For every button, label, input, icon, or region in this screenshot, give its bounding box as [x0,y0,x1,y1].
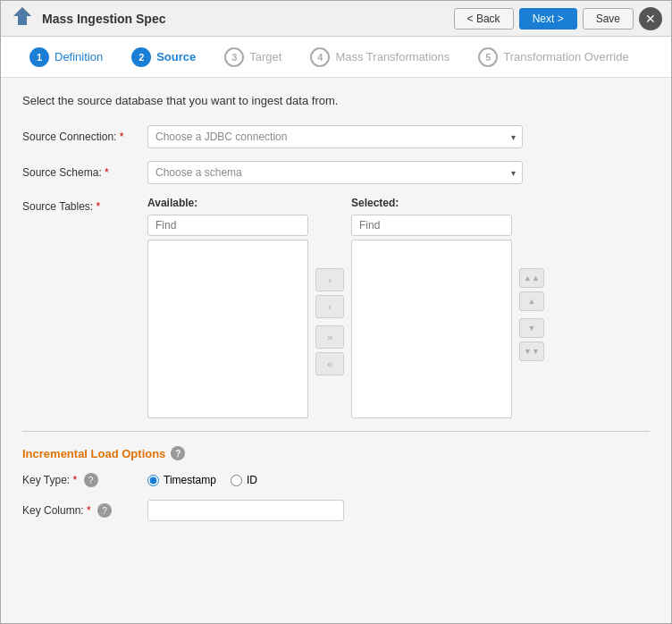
down-icon: ▼ [528,324,536,333]
title-bar: Mass Ingestion Spec < Back Next > Save ✕ [1,1,671,37]
content-area: Select the source database that you want… [1,78,671,623]
source-tables-label: Source Tables: * [22,197,147,213]
order-buttons: ▲▲ ▲ ▼ ▼▼ [519,197,544,361]
required-marker-keytype: * [73,474,78,486]
title-bar-buttons: < Back Next > Save ✕ [454,7,662,30]
window-title: Mass Ingestion Spec [42,12,447,26]
key-type-row: Key Type: * ? Timestamp ID [22,473,650,487]
required-marker-keycol: * [87,504,91,517]
key-column-row: Key Column: * ? [22,500,650,521]
step-transformation-override[interactable]: 5 Transformation Override [464,37,643,77]
selected-column: Selected: [351,197,512,418]
required-marker-tables: * [97,200,101,213]
selected-find-input[interactable] [351,215,512,236]
close-button[interactable]: ✕ [639,7,662,30]
key-type-control: Timestamp ID [147,474,523,486]
step-3-label: Target [249,50,281,63]
move-down-button[interactable]: ▼ [519,318,544,338]
available-list-box[interactable] [147,240,308,418]
move-left-button[interactable]: ‹ [315,295,344,318]
source-schema-label: Source Schema: * [22,166,147,179]
available-column: Available: [147,197,308,418]
back-button[interactable]: < Back [454,8,514,30]
radio-id-label[interactable]: ID [231,474,257,486]
move-to-top-button[interactable]: ▲▲ [519,268,544,288]
arrow-right-icon: › [328,274,332,285]
move-all-left-button[interactable]: « [315,352,344,375]
available-header: Available: [147,197,308,209]
logo-icon [10,5,35,32]
key-column-control [147,500,523,521]
move-to-bottom-button[interactable]: ▼▼ [519,342,544,361]
step-4-circle: 4 [310,47,330,67]
step-1-circle: 1 [29,47,49,67]
selected-list-box[interactable] [351,240,512,418]
transfer-buttons: › ‹ » « [315,197,344,375]
key-type-help-icon[interactable]: ? [84,474,98,486]
step-2-label: Source [156,50,196,63]
source-tables-row: Source Tables: * Available: › ‹ [22,197,650,418]
key-column-help-icon[interactable]: ? [97,504,112,517]
radio-timestamp[interactable] [147,475,159,486]
step-target[interactable]: 3 Target [210,37,296,77]
step-1-label: Definition [55,50,103,63]
next-button[interactable]: Next > [519,8,577,30]
source-schema-select-wrapper: Choose a schema ▾ [147,161,523,184]
available-find-input[interactable] [147,215,308,236]
instruction-text: Select the source database that you want… [22,94,650,107]
source-connection-control: Choose a JDBC connection ▾ [147,125,523,148]
radio-id[interactable] [231,475,242,486]
step-4-label: Mass Transformations [335,50,449,63]
source-connection-label: Source Connection: * [22,131,147,143]
move-up-button[interactable]: ▲ [519,291,544,311]
step-5-circle: 5 [478,47,498,67]
double-left-icon: « [327,358,332,369]
svg-marker-1 [13,7,31,25]
source-connection-select-wrapper: Choose a JDBC connection ▾ [147,125,523,148]
required-marker: * [120,131,124,143]
double-right-icon: » [327,332,332,342]
close-icon: ✕ [645,12,656,26]
tables-section: Available: › ‹ » « [147,197,650,418]
key-type-radio-group: Timestamp ID [147,474,523,486]
step-2-circle: 2 [131,47,151,67]
up-icon: ▲ [528,297,536,306]
selected-header: Selected: [351,197,512,209]
bottom-icon: ▼▼ [524,347,540,356]
key-column-input[interactable] [147,500,344,521]
arrow-left-icon: ‹ [328,301,332,312]
step-5-label: Transformation Override [503,50,628,63]
radio-timestamp-label[interactable]: Timestamp [147,474,216,486]
incremental-load-help-icon[interactable]: ? [171,446,185,460]
key-type-label: Key Type: * ? [22,473,147,487]
move-right-button[interactable]: › [315,268,344,291]
source-schema-row: Source Schema: * Choose a schema ▾ [22,161,650,184]
step-3-circle: 3 [224,47,244,67]
steps-bar: 1 Definition 2 Source 3 Target 4 Mass Tr… [1,37,671,78]
incremental-load-section-title: Incremental Load Options ? [22,446,650,460]
main-window: Mass Ingestion Spec < Back Next > Save ✕… [0,0,672,624]
move-all-right-button[interactable]: » [315,325,344,349]
save-button[interactable]: Save [583,8,634,30]
source-connection-select[interactable]: Choose a JDBC connection [147,125,523,148]
required-marker-schema: * [105,166,109,179]
source-connection-row: Source Connection: * Choose a JDBC conne… [22,125,650,148]
section-divider [22,431,650,432]
logo [10,5,35,32]
source-schema-select[interactable]: Choose a schema [147,161,523,184]
step-source[interactable]: 2 Source [117,37,210,77]
key-column-label: Key Column: * ? [22,503,147,518]
source-schema-control: Choose a schema ▾ [147,161,523,184]
step-mass-transformations[interactable]: 4 Mass Transformations [296,37,464,77]
step-definition[interactable]: 1 Definition [15,37,117,77]
top-icon: ▲▲ [524,274,540,282]
